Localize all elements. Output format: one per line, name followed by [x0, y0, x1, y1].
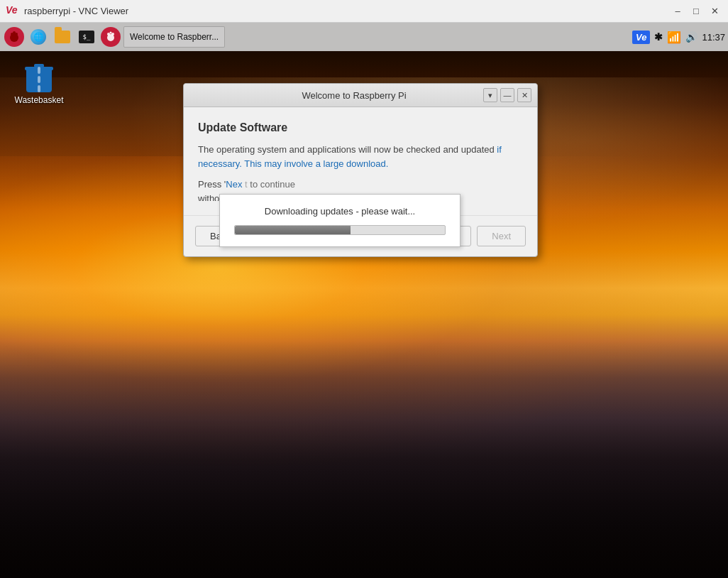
dialog-title: Welcome to Raspberry Pi — [225, 90, 483, 101]
welcome-app-taskbar-btn[interactable]: Welcome to Raspberr... — [123, 26, 225, 48]
dialog-body: Update Software The operating system and… — [184, 107, 537, 201]
ve-badge: Ve — [632, 31, 650, 44]
highlight-text-1: if necessary. This may involve a large d… — [198, 144, 502, 169]
svg-point-3 — [13, 31, 16, 34]
welcome-app-label: Welcome to Raspberr... — [130, 32, 219, 42]
svg-point-5 — [107, 33, 110, 36]
raspberry-icon-2 — [101, 27, 121, 47]
progress-label: Downloading updates - please wait... — [234, 206, 446, 217]
trash-line-1 — [38, 67, 40, 74]
raspberry-logo-button[interactable] — [99, 26, 122, 48]
trash-body — [26, 67, 52, 92]
bluetooth-icon: ✱ — [654, 31, 663, 43]
terminal-icon: $_ — [79, 31, 94, 43]
progress-bar-fill — [235, 226, 351, 234]
taskbar-right-area: Ve ✱ 📶 🔊 11:37 — [632, 31, 725, 44]
speaker-icon: 🔊 — [685, 31, 697, 43]
svg-point-6 — [111, 33, 114, 36]
taskbar: 🌐 $_ Welcome to Raspberr... Ve ✱ 📶 🔊 11:… — [0, 23, 728, 51]
vnc-logo-icon: Ve — [6, 4, 20, 18]
progress-bar-container — [234, 225, 446, 235]
svg-point-7 — [110, 32, 112, 34]
dialog-window-controls: ▾ — ✕ — [483, 88, 531, 102]
desktop: Wastebasket Welcome to Raspberry Pi ▾ — … — [0, 51, 728, 578]
progress-popup: Downloading updates - please wait... — [219, 194, 460, 247]
dialog-collapse-btn[interactable]: ▾ — [483, 88, 497, 102]
trash-line-3 — [38, 85, 40, 92]
wastebasket-label: Wastebasket — [15, 95, 64, 105]
wifi-icon: 📶 — [667, 31, 681, 44]
raspberry-logo-icon — [4, 27, 24, 47]
filemanager-button[interactable] — [51, 26, 74, 48]
system-clock: 11:37 — [702, 32, 725, 43]
trash-line-2 — [38, 76, 40, 83]
dialog-minimize-btn[interactable]: — — [500, 88, 514, 102]
terminal-button[interactable]: $_ — [75, 26, 98, 48]
window-controls: – □ ✕ — [670, 4, 722, 19]
dialog-main-text: The operating system and applications wi… — [198, 143, 523, 170]
folder-icon — [55, 31, 70, 43]
vnc-window-title: raspberrypi - VNC Viewer — [24, 6, 670, 16]
welcome-dialog: Welcome to Raspberry Pi ▾ — ✕ Update Sof… — [183, 83, 538, 257]
close-button[interactable]: ✕ — [707, 4, 722, 19]
raspberry-menu-button[interactable] — [3, 26, 26, 48]
dialog-titlebar: Welcome to Raspberry Pi ▾ — ✕ — [184, 84, 537, 107]
trash-icon-graphic — [25, 61, 53, 92]
minimize-button[interactable]: – — [670, 4, 685, 19]
globe-icon: 🌐 — [31, 29, 46, 45]
highlight-text-2: Nex — [226, 179, 242, 190]
next-button[interactable]: Next — [477, 226, 526, 246]
browser-button[interactable]: 🌐 — [27, 26, 50, 48]
maximize-button[interactable]: □ — [688, 4, 704, 19]
dialog-heading: Update Software — [198, 121, 523, 134]
vnc-titlebar: Ve raspberrypi - VNC Viewer – □ ✕ — [0, 0, 728, 23]
wastebasket-icon[interactable]: Wastebasket — [14, 58, 64, 108]
dialog-close-btn[interactable]: ✕ — [517, 88, 531, 102]
